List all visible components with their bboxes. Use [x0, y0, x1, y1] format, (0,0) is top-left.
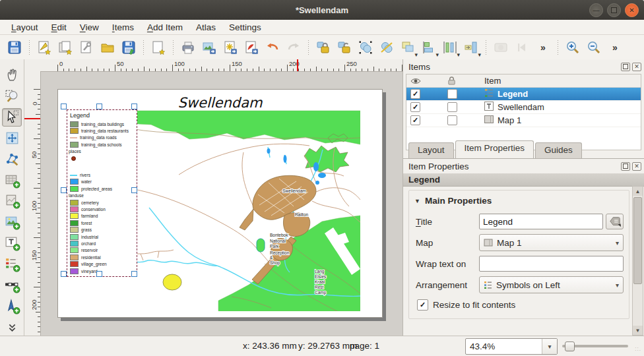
legend-item[interactable]: Legend training_data buildingstraining_d…: [67, 109, 137, 277]
ungroup-items-button[interactable]: [377, 38, 397, 57]
items-close-button[interactable]: ✕: [632, 63, 641, 71]
visibility-checkbox[interactable]: ✓: [410, 89, 420, 99]
add-label-button[interactable]: [2, 234, 22, 252]
visibility-checkbox[interactable]: ✓: [410, 115, 420, 125]
export-image-button[interactable]: [199, 38, 219, 57]
group-items-button[interactable]: [356, 38, 375, 57]
menu-view[interactable]: View: [74, 21, 105, 34]
pan-tool-button[interactable]: [2, 66, 22, 84]
lock-items-button[interactable]: [313, 38, 333, 57]
scroll-down-arrow[interactable]: ▼: [633, 326, 643, 335]
items-panel-title: Items: [408, 62, 619, 72]
unlock-items-button[interactable]: [335, 38, 354, 57]
menu-atlas[interactable]: Atlas: [190, 21, 222, 34]
add-3d-map-button[interactable]: [2, 192, 22, 210]
arrangement-select[interactable]: Symbols on Left ▾: [479, 276, 624, 293]
items-undock-button[interactable]: [621, 63, 630, 71]
ruler-tick: [36, 114, 40, 115]
more-tools-button[interactable]: [2, 318, 22, 336]
props-close-button[interactable]: ✕: [632, 162, 641, 171]
add-map-button[interactable]: [2, 171, 22, 189]
zoom-slider[interactable]: [562, 345, 628, 347]
wrap-text-input[interactable]: [479, 256, 624, 272]
title-input[interactable]: [479, 214, 603, 229]
legend-entry: grass: [67, 226, 137, 233]
selection-handle[interactable]: [96, 271, 102, 277]
legend-entry-label: industrial: [81, 235, 98, 239]
menu-layout[interactable]: Layout: [5, 21, 44, 34]
zoom-level-combo[interactable]: 43.4% ▾: [465, 338, 558, 355]
layout-canvas[interactable]: 050100150200250300 050100150200 Swellend…: [24, 59, 402, 336]
zoom-combo-arrow[interactable]: ▾: [542, 339, 557, 354]
print-button[interactable]: [178, 38, 198, 57]
items-table-row[interactable]: ✓Legend: [406, 88, 641, 101]
maximize-button[interactable]: [607, 3, 621, 17]
visibility-checkbox[interactable]: ✓: [410, 102, 420, 112]
lock-checkbox[interactable]: [447, 115, 457, 125]
duplicate-layout-button[interactable]: [55, 38, 75, 57]
resize-grip[interactable]: ∙∙∙∙∙: [635, 347, 643, 355]
zoom-in-button[interactable]: [563, 38, 583, 57]
ruler-tick: [144, 67, 145, 71]
save-button[interactable]: [5, 38, 24, 57]
zoom-out-button[interactable]: [584, 38, 604, 57]
zoom-slider-handle[interactable]: [565, 341, 575, 351]
tab-guides[interactable]: Guides: [535, 142, 582, 158]
close-button[interactable]: ✕: [625, 3, 639, 17]
selection-handle[interactable]: [61, 271, 67, 277]
save-template-button[interactable]: [119, 38, 139, 57]
legend-entry: industrial: [67, 233, 137, 240]
scrollbar-thumb[interactable]: [633, 197, 642, 284]
resize-checkbox[interactable]: ✓: [417, 299, 428, 311]
scroll-up-arrow[interactable]: ▲: [633, 187, 643, 196]
lock-checkbox[interactable]: [447, 89, 457, 99]
add-scalebar-button[interactable]: [2, 276, 22, 294]
collapse-triangle-icon[interactable]: ▼: [414, 198, 420, 204]
resize-items-button[interactable]: ▾: [461, 38, 481, 57]
add-north-arrow-button[interactable]: [2, 297, 22, 315]
add-picture-button[interactable]: [2, 213, 22, 231]
open-template-button[interactable]: [98, 38, 117, 57]
menu-edit[interactable]: Edit: [46, 21, 73, 34]
select-tool-button[interactable]: [2, 108, 22, 127]
raise-items-button[interactable]: ▾: [398, 38, 418, 57]
data-defined-override-button[interactable]: [606, 214, 624, 229]
zoom-tool-button[interactable]: [2, 87, 22, 105]
props-undock-button[interactable]: [621, 162, 630, 171]
map-select[interactable]: Map 1 ▾: [479, 234, 624, 251]
menu-add-item[interactable]: Add Item: [141, 21, 189, 34]
layout-manager-button[interactable]: [77, 38, 96, 57]
minimize-button[interactable]: —: [589, 3, 603, 17]
export-pdf-button[interactable]: [242, 38, 261, 57]
map-label-town: Swellendam: [282, 189, 306, 193]
move-content-tool-button[interactable]: [2, 129, 22, 148]
items-table-row[interactable]: ✓Map 1: [406, 114, 641, 127]
edit-nodes-tool-button[interactable]: [2, 150, 22, 168]
new-layout-button[interactable]: [34, 38, 54, 57]
align-items-button[interactable]: ▾: [419, 38, 439, 57]
add-pages-button[interactable]: [148, 38, 168, 57]
selection-handle[interactable]: [131, 271, 137, 277]
overflow-right-button[interactable]: »: [605, 38, 625, 57]
selection-handle[interactable]: [61, 104, 67, 109]
selection-handle[interactable]: [61, 187, 67, 193]
add-legend-button[interactable]: [2, 255, 22, 274]
overflow-button[interactable]: »: [533, 38, 553, 57]
items-table-row[interactable]: ✓Swellendam: [406, 101, 641, 114]
toolbar-separator: [26, 39, 32, 56]
menu-settings[interactable]: Settings: [223, 21, 267, 34]
ruler-tick: [36, 213, 40, 214]
distribute-items-button[interactable]: ▾: [440, 38, 460, 57]
lock-checkbox[interactable]: [447, 102, 457, 112]
canvas-drawing-area[interactable]: Swellendam: [40, 71, 402, 336]
undock-icon: [623, 163, 628, 169]
menu-items[interactable]: Items: [106, 21, 140, 34]
tab-item-properties[interactable]: Item Properties: [455, 140, 534, 158]
properties-scrollbar[interactable]: ▲ ▼: [632, 186, 643, 336]
export-svg-button[interactable]: [220, 38, 240, 57]
selection-handle[interactable]: [96, 104, 102, 109]
selection-handle[interactable]: [131, 187, 137, 193]
undo-button[interactable]: [263, 38, 282, 57]
tab-layout[interactable]: Layout: [408, 142, 454, 158]
selection-handle[interactable]: [131, 104, 137, 109]
